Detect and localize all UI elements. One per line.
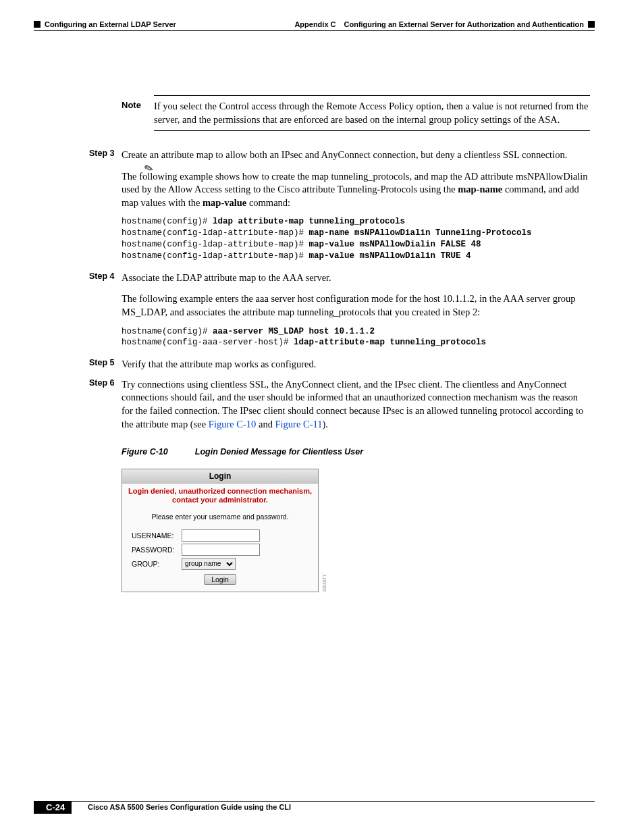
login-dialog: Login Login denied, unauthorized connect… (122, 469, 319, 592)
header-section-title: Configuring an External LDAP Server (45, 20, 176, 28)
figure-link[interactable]: Figure C-11 (275, 419, 323, 429)
figure-title: Login Denied Message for Clientless User (195, 447, 363, 457)
step-3: Step 3 Create an attribute map to allow … (122, 149, 590, 265)
code-block: hostname(config)# aaa-server MS_LDAP hos… (122, 326, 590, 349)
password-label: PASSWORD: (132, 546, 182, 554)
figure-number: Figure C-10 (122, 447, 168, 457)
login-button[interactable]: Login (204, 574, 236, 585)
step-paragraph: The following example enters the aaa ser… (122, 292, 590, 319)
username-input[interactable] (182, 529, 260, 542)
page-number: C-24 (34, 801, 72, 814)
figure-link[interactable]: Figure C-10 (209, 419, 256, 429)
step-6: Step 6 Try connections using clientless … (122, 378, 590, 431)
step-paragraph: The following example shows how to creat… (122, 170, 590, 210)
step-label: Step 3 (89, 149, 122, 265)
note-label: Note (122, 100, 154, 126)
login-title: Login (122, 469, 318, 484)
header-tick-icon (588, 21, 595, 28)
step-body: Try connections using clientless SSL, th… (122, 378, 590, 431)
step-label: Step 4 (89, 271, 122, 351)
figure-image: Login Login denied, unauthorized connect… (122, 469, 590, 592)
login-form: USERNAME: PASSWORD: GROUP: group name Lo… (122, 529, 318, 592)
step-5: Step 5 Verify that the attribute map wor… (122, 358, 590, 371)
divider (154, 95, 590, 96)
password-input[interactable] (182, 544, 260, 556)
header-appendix-label: Appendix C (294, 20, 336, 28)
login-instruction: Please enter your username and password. (122, 509, 318, 527)
group-select[interactable]: group name (182, 558, 236, 570)
note-block: ✎ Note If you select the Control access … (122, 85, 590, 131)
username-label: USERNAME: (132, 531, 182, 540)
code-block: hostname(config)# ldap attribute-map tun… (122, 216, 590, 262)
note-text: If you select the Control access through… (154, 100, 590, 126)
page-footer: C-24 Cisco ASA 5500 Series Configuration… (34, 801, 595, 811)
figure-id: 330377 (321, 574, 327, 592)
divider (154, 130, 590, 131)
login-error-text: Login denied, unauthorized connection me… (122, 484, 318, 508)
footer-title: Cisco ASA 5500 Series Configuration Guid… (88, 803, 291, 811)
step-4: Step 4 Associate the LDAP attribute map … (122, 271, 590, 351)
step-label: Step 6 (89, 378, 122, 431)
header-tick-icon (34, 21, 41, 28)
group-label: GROUP: (132, 560, 182, 568)
step-intro: Verify that the attribute map works as c… (122, 359, 316, 369)
page-number-box: C-24 (34, 801, 72, 814)
figure-caption: Figure C-10Login Denied Message for Clie… (122, 447, 590, 457)
step-intro: Associate the LDAP attribute map to the … (122, 272, 331, 283)
step-label: Step 5 (89, 358, 122, 371)
